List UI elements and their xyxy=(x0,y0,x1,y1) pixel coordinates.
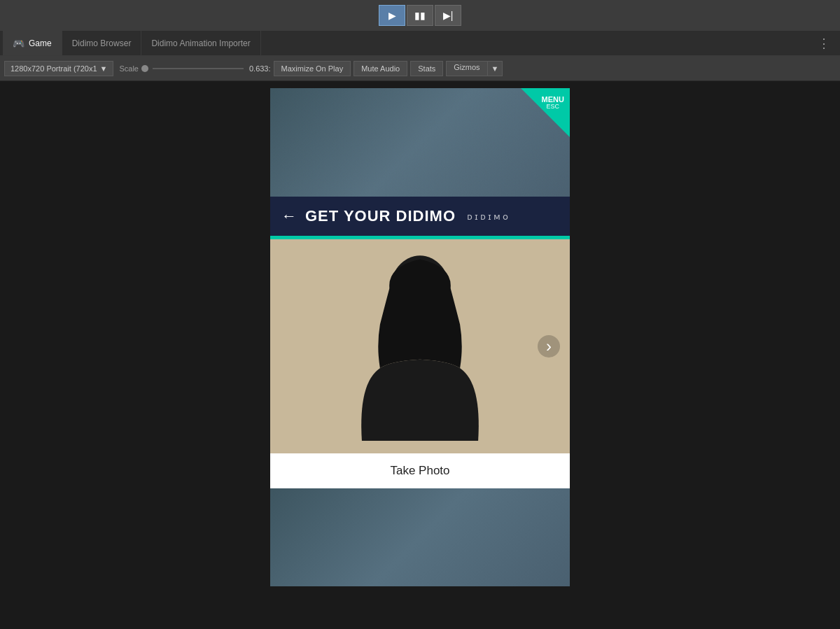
maximize-on-play-label: Maximize On Play xyxy=(281,64,344,73)
tab-didimo-browser-label: Didimo Browser xyxy=(72,38,132,48)
mute-audio-label: Mute Audio xyxy=(361,64,400,73)
scale-value: 0.633: xyxy=(249,64,271,73)
photo-section: › Take Photo xyxy=(270,236,570,488)
play-toolbar: ▶ ▮▮ ▶| xyxy=(0,0,840,31)
get-didimo-banner[interactable]: ← GET YOUR DIDIMO ᴅɪᴅɪᴍᴏ xyxy=(270,197,570,236)
game-viewport: MENU ESC ← GET YOUR DIDIMO ᴅɪᴅɪᴍᴏ xyxy=(270,88,570,586)
next-arrow-button[interactable]: › xyxy=(538,335,560,358)
game-icon: 🎮 xyxy=(13,38,24,49)
menu-button[interactable]: MENU ESC xyxy=(542,95,564,111)
tab-didimo-importer[interactable]: Didimo Animation Importer xyxy=(141,31,260,55)
main-content: MENU ESC ← GET YOUR DIDIMO ᴅɪᴅɪᴍᴏ xyxy=(0,81,840,629)
take-photo-button[interactable]: Take Photo xyxy=(270,453,570,488)
resolution-arrow-icon: ▼ xyxy=(100,64,108,73)
scale-track xyxy=(153,68,244,69)
tab-game[interactable]: 🎮 Game xyxy=(3,31,62,55)
take-photo-label: Take Photo xyxy=(390,464,449,478)
game-top-area: MENU ESC xyxy=(270,88,570,197)
resolution-value: 1280x720 Portrait (720x1 xyxy=(10,64,97,73)
scale-dot-icon xyxy=(141,65,148,72)
resolution-dropdown[interactable]: 1280x720 Portrait (720x1 ▼ xyxy=(4,61,113,76)
tab-bar: 🎮 Game Didimo Browser Didimo Animation I… xyxy=(0,31,840,56)
gizmos-main-button[interactable]: Gizmos xyxy=(446,61,486,76)
stats-button[interactable]: Stats xyxy=(410,61,443,76)
tab-game-label: Game xyxy=(29,38,52,48)
tab-more-button[interactable]: ⋮ xyxy=(812,36,836,51)
tab-didimo-browser[interactable]: Didimo Browser xyxy=(62,31,142,55)
gizmos-arrow-icon: ▼ xyxy=(491,64,499,73)
banner-title: GET YOUR DIDIMO xyxy=(305,207,456,225)
banner-back-arrow-icon: ← xyxy=(281,207,297,225)
photo-area: › xyxy=(270,239,570,453)
options-bar: 1280x720 Portrait (720x1 ▼ Scale 0.633: … xyxy=(0,56,840,81)
pause-button[interactable]: ▮▮ xyxy=(407,5,433,26)
gizmos-dropdown-button[interactable]: ▼ xyxy=(487,61,503,76)
step-button[interactable]: ▶| xyxy=(435,5,461,26)
menu-sub-label: ESC xyxy=(542,104,564,111)
person-silhouette xyxy=(343,252,497,441)
gizmos-button[interactable]: Gizmos ▼ xyxy=(446,61,503,76)
banner-logo: ᴅɪᴅɪᴍᴏ xyxy=(467,211,510,222)
game-bottom-area xyxy=(270,488,570,586)
stats-label: Stats xyxy=(418,64,435,73)
menu-corner[interactable]: MENU ESC xyxy=(521,88,570,137)
next-arrow-icon: › xyxy=(546,337,552,356)
play-button[interactable]: ▶ xyxy=(379,5,405,26)
maximize-on-play-button[interactable]: Maximize On Play xyxy=(274,61,351,76)
tab-didimo-importer-label: Didimo Animation Importer xyxy=(151,38,250,48)
gizmos-label: Gizmos xyxy=(454,63,479,71)
scale-slider[interactable] xyxy=(141,65,244,72)
scale-label: Scale xyxy=(119,64,139,73)
mute-audio-button[interactable]: Mute Audio xyxy=(354,61,407,76)
